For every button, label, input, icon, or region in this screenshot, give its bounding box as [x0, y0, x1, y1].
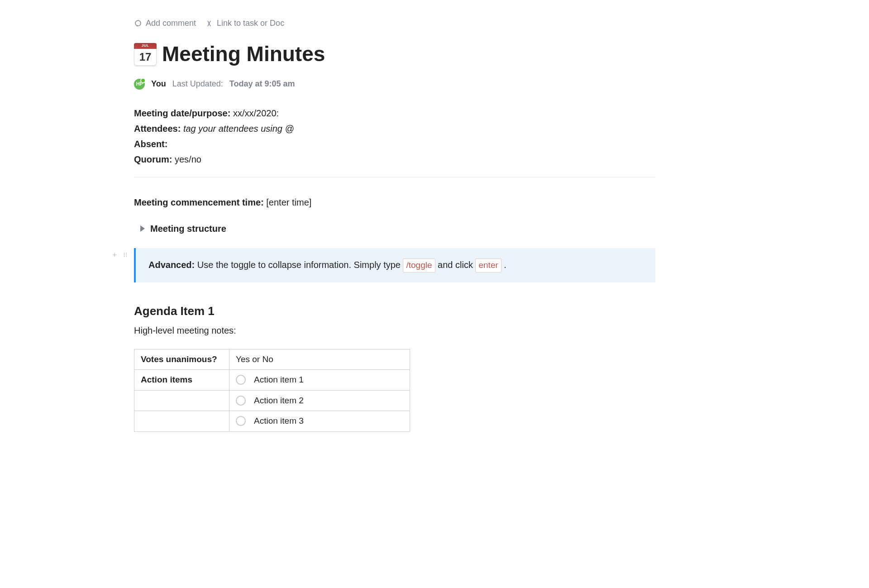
add-comment-button[interactable]: Add comment	[134, 17, 196, 29]
drag-handle-icon[interactable]	[122, 252, 129, 258]
meeting-structure-toggle[interactable]: Meeting structure	[140, 222, 655, 235]
commencement-line[interactable]: Meeting commencement time: [enter time]	[134, 196, 655, 209]
svg-point-0	[135, 20, 141, 26]
calendar-day: 17	[134, 49, 157, 66]
agenda-subheading[interactable]: High-level meeting notes:	[134, 324, 655, 337]
actions-label-empty[interactable]	[134, 411, 229, 432]
callout-body-2: and click	[435, 260, 476, 270]
advanced-callout[interactable]: Advanced: Use the toggle to collapse inf…	[134, 248, 655, 282]
svg-point-2	[124, 254, 125, 255]
date-purpose-value: xx/xx/2020:	[233, 108, 279, 118]
action-item-cell[interactable]: Action item 2	[229, 390, 410, 411]
attendees-label: Attendees:	[134, 124, 181, 134]
action-item-text: Action item 1	[254, 373, 304, 387]
table-row: Action item 3	[134, 411, 410, 432]
attendees-line[interactable]: Attendees: tag your attendees using @	[134, 122, 655, 135]
action-item-cell[interactable]: Action item 3	[229, 411, 410, 432]
agenda-heading[interactable]: Agenda Item 1	[134, 302, 655, 320]
action-item-text: Action item 2	[254, 394, 304, 407]
absent-label: Absent:	[134, 139, 167, 149]
svg-point-3	[124, 256, 125, 257]
attendees-value: tag your attendees using @	[183, 124, 294, 134]
svg-point-4	[126, 253, 127, 254]
doc-meta: HP You Last Updated: Today at 9:05 am	[134, 78, 655, 90]
commencement-value: [enter time]	[266, 197, 311, 207]
updated-label: Last Updated:	[172, 78, 223, 90]
link-task-button[interactable]: Link to task or Doc	[205, 17, 284, 29]
toggle-label: Meeting structure	[150, 222, 226, 235]
enter-key-chip: enter	[475, 258, 501, 272]
commencement-label: Meeting commencement time:	[134, 197, 264, 207]
votes-label[interactable]: Votes unanimous?	[134, 349, 229, 370]
radio-icon[interactable]	[236, 396, 246, 406]
table-row: Action item 2	[134, 390, 410, 411]
quorum-value: yes/no	[175, 154, 201, 164]
date-purpose-line[interactable]: Meeting date/purpose: xx/xx/2020:	[134, 106, 655, 120]
svg-point-5	[126, 254, 127, 255]
radio-icon[interactable]	[236, 375, 246, 385]
callout-body-3: .	[501, 260, 506, 270]
author-you: You	[151, 78, 166, 90]
block-gutter	[111, 252, 129, 258]
table-row: Action items Action item 1	[134, 370, 410, 391]
doc-toolbar: Add comment Link to task or Doc	[134, 17, 655, 29]
updated-value: Today at 9:05 am	[229, 78, 295, 90]
svg-point-1	[124, 253, 125, 254]
callout-prefix: Advanced:	[148, 260, 195, 270]
absent-line[interactable]: Absent:	[134, 137, 655, 151]
plus-icon[interactable]	[111, 252, 118, 258]
chevron-right-icon[interactable]	[140, 225, 145, 232]
comment-icon	[134, 19, 142, 28]
callout-body-1: Use the toggle to collapse information. …	[195, 260, 403, 270]
table-row: Votes unanimous? Yes or No	[134, 349, 410, 370]
quorum-line[interactable]: Quorum: yes/no	[134, 153, 655, 166]
date-purpose-label: Meeting date/purpose:	[134, 108, 230, 118]
actions-label-empty[interactable]	[134, 390, 229, 411]
votes-value[interactable]: Yes or No	[229, 349, 410, 370]
action-item-cell[interactable]: Action item 1	[229, 370, 410, 391]
action-item-text: Action item 3	[254, 415, 304, 428]
link-icon	[205, 19, 213, 28]
actions-label[interactable]: Action items	[134, 370, 229, 391]
calendar-icon: 17	[134, 43, 157, 66]
agenda-table: Votes unanimous? Yes or No Action items …	[134, 349, 410, 432]
avatar[interactable]: HP	[134, 79, 145, 90]
title-row: 17 Meeting Minutes	[134, 38, 655, 70]
add-comment-label: Add comment	[146, 17, 196, 29]
page-title[interactable]: Meeting Minutes	[162, 38, 325, 70]
link-task-label: Link to task or Doc	[217, 17, 284, 29]
radio-icon[interactable]	[236, 416, 246, 426]
svg-point-6	[126, 256, 127, 257]
divider	[134, 177, 655, 177]
quorum-label: Quorum:	[134, 154, 172, 164]
toggle-command-chip: /toggle	[403, 258, 435, 272]
